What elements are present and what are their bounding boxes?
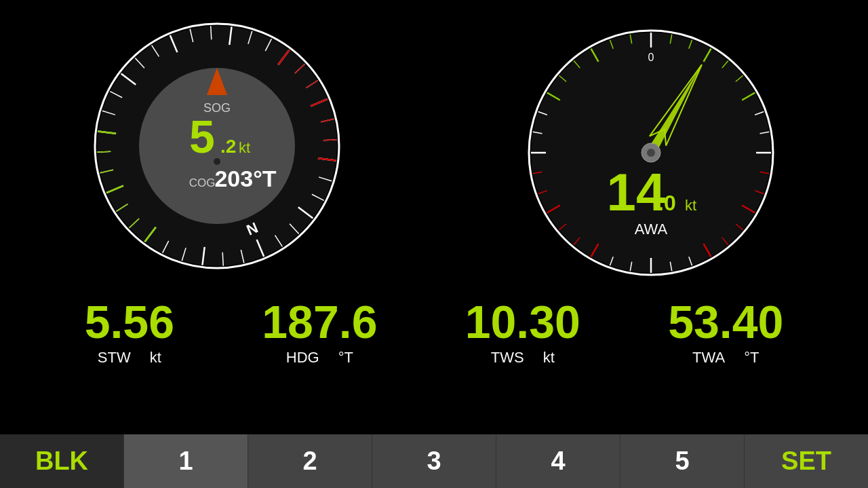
twa-value: 53.40 xyxy=(668,299,783,345)
wind-gauge: 0 30 30 60 60 90 90 xyxy=(434,0,868,292)
main-container: N E S W 30 60 120 150 210 xyxy=(0,0,868,488)
cog-value: 203°T xyxy=(214,166,276,191)
svg-line-15 xyxy=(222,252,223,266)
btn-3[interactable]: 3 xyxy=(372,434,496,488)
awa-unit-value: kt xyxy=(685,197,696,214)
compass-svg: N E S W 30 60 120 150 210 xyxy=(88,7,346,285)
twa-item: 53.40 TWA °T xyxy=(668,299,783,367)
tws-value: 10.30 xyxy=(465,299,580,345)
stw-unit: kt xyxy=(150,349,161,367)
svg-line-27 xyxy=(211,26,212,39)
stw-value: 5.56 xyxy=(85,299,174,345)
stw-label: STW xyxy=(98,349,131,367)
wind-svg: 0 30 30 60 60 90 90 xyxy=(522,7,780,285)
svg-line-51 xyxy=(323,140,337,140)
stw-item: 5.56 STW kt xyxy=(85,299,174,367)
svg-text:0: 0 xyxy=(648,52,654,63)
twa-unit: °T xyxy=(744,349,759,367)
awa-decimal: .0 xyxy=(658,191,676,215)
awa-label: AWA xyxy=(635,221,668,238)
gauges-row: N E S W 30 60 120 150 210 xyxy=(0,0,868,292)
tws-unit: kt xyxy=(543,349,555,367)
svg-point-66 xyxy=(214,158,220,165)
hdg-label: HDG xyxy=(286,349,319,367)
btn-5[interactable]: 5 xyxy=(620,434,745,488)
awa-value: 14 xyxy=(607,162,666,222)
btn-4[interactable]: 4 xyxy=(496,434,620,488)
twa-label: TWA xyxy=(692,349,725,367)
svg-line-44 xyxy=(97,151,111,152)
blk-button[interactable]: BLK xyxy=(0,434,124,488)
sog-decimal: .2 xyxy=(220,136,236,157)
sog-value: 5 xyxy=(189,111,215,162)
hdg-item: 187.6 HDG °T xyxy=(262,299,377,367)
bottom-bar: BLK 1 2 3 4 5 SET xyxy=(0,434,868,488)
btn-2[interactable]: 2 xyxy=(248,434,372,488)
sog-unit: kt xyxy=(239,139,250,156)
tws-item: 10.30 TWS kt xyxy=(465,299,580,367)
hdg-unit: °T xyxy=(338,349,353,367)
cog-label: COG xyxy=(189,176,216,189)
btn-1[interactable]: 1 xyxy=(124,434,248,488)
tws-label: TWS xyxy=(491,349,524,367)
svg-point-120 xyxy=(647,149,655,157)
hdg-value: 187.6 xyxy=(262,299,377,345)
compass-gauge: N E S W 30 60 120 150 210 xyxy=(0,0,434,292)
set-button[interactable]: SET xyxy=(745,434,868,488)
data-row: 5.56 STW kt 187.6 HDG °T 10.30 TWS kt 53… xyxy=(0,292,868,400)
